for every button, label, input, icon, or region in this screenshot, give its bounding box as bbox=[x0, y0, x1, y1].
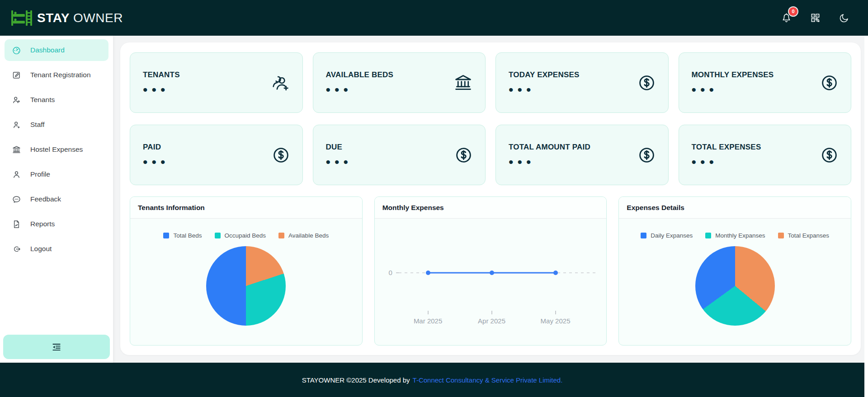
user-plus-icon bbox=[12, 95, 21, 105]
dollar-circle-icon bbox=[454, 145, 473, 165]
bank-icon bbox=[453, 73, 473, 93]
legend-item[interactable]: Occupaid Beds bbox=[215, 232, 266, 239]
legend-swatch bbox=[705, 233, 711, 238]
stat-card-title: TOTAL EXPENSES bbox=[692, 143, 761, 152]
page-scrollbar[interactable] bbox=[864, 36, 868, 397]
tenants-information-panel: Tenants Information Total BedsOccupaid B… bbox=[130, 196, 363, 346]
user-icon bbox=[12, 170, 21, 179]
sidebar-item-label: Reports bbox=[30, 220, 55, 228]
legend-label: Daily Expanses bbox=[651, 232, 693, 239]
x-axis-label: Apr 2025 bbox=[478, 317, 505, 325]
stat-card-value-placeholder: ••• bbox=[326, 157, 353, 167]
panel-title: Tenants Information bbox=[130, 197, 362, 219]
sidebar-item-label: Feedback bbox=[30, 195, 61, 203]
stat-card-title: TODAY EXPENSES bbox=[509, 70, 580, 79]
pie-chart bbox=[695, 246, 775, 326]
qr-scan-button[interactable] bbox=[807, 10, 823, 26]
legend-item[interactable]: Total Beds bbox=[163, 232, 202, 239]
brand-owner: OWNER bbox=[73, 11, 123, 25]
stat-card-due: DUE••• bbox=[313, 125, 486, 185]
stats-grid: TENANTS•••AVAILABLE BEDS•••TODAY EXPENSE… bbox=[130, 52, 851, 185]
sidebar-item-hostel-expenses[interactable]: Hostel Expenses bbox=[5, 139, 108, 160]
pen-square-icon bbox=[12, 70, 21, 80]
dashboard-content-panel: TENANTS•••AVAILABLE BEDS•••TODAY EXPENSE… bbox=[120, 42, 861, 355]
sidebar-item-tenant-registration[interactable]: Tenant Registration bbox=[5, 64, 108, 86]
stat-card-value-placeholder: ••• bbox=[143, 85, 180, 95]
footer-developer-link[interactable]: T-Connect Consultancy & Service Private … bbox=[413, 376, 563, 384]
legend-item[interactable]: Monthly Expanses bbox=[705, 232, 765, 239]
stat-card-monthly-expenses: MONTHLY EXPENSES••• bbox=[679, 52, 852, 113]
users-plus-icon bbox=[270, 72, 291, 93]
sidebar-item-label: Dashboard bbox=[30, 46, 65, 54]
sidebar-item-logout[interactable]: Logout bbox=[5, 238, 108, 260]
sidebar-item-label: Hostel Expenses bbox=[30, 145, 83, 154]
x-axis-tick bbox=[491, 311, 492, 314]
stat-card-value-placeholder: ••• bbox=[326, 85, 394, 95]
pie-chart bbox=[206, 246, 286, 326]
sidebar-item-label: Staff bbox=[30, 121, 45, 129]
bunk-bed-logo-icon bbox=[11, 10, 33, 26]
qr-code-icon bbox=[810, 13, 821, 23]
data-point[interactable] bbox=[553, 271, 558, 275]
bank-icon bbox=[12, 145, 21, 154]
y-axis-tick-label: 0 bbox=[388, 269, 392, 276]
footer-copyright-text: STAYOWNER ©2025 Developed by bbox=[302, 376, 410, 384]
stat-card-tenants: TENANTS••• bbox=[130, 52, 303, 113]
stat-card-paid: PAID••• bbox=[130, 125, 303, 185]
stat-card-value-placeholder: ••• bbox=[509, 157, 590, 167]
sidebar-item-profile[interactable]: Profile bbox=[5, 163, 108, 185]
stat-card-total-expenses: TOTAL EXPENSES••• bbox=[679, 125, 852, 185]
sidebar-item-tenants[interactable]: Tenants bbox=[5, 89, 108, 111]
sidebar: DashboardTenant RegistrationTenantsStaff… bbox=[0, 36, 113, 363]
stat-card-title: TENANTS bbox=[143, 70, 180, 79]
data-point[interactable] bbox=[490, 271, 494, 275]
stat-card-today-expenses: TODAY EXPENSES••• bbox=[495, 52, 669, 113]
file-report-icon bbox=[12, 220, 21, 229]
collapse-sidebar-icon bbox=[51, 341, 62, 352]
dollar-circle-icon bbox=[637, 73, 656, 93]
stat-card-title: AVAILABLE BEDS bbox=[326, 70, 394, 79]
legend-item[interactable]: Available Beds bbox=[278, 232, 329, 239]
dark-mode-toggle-button[interactable] bbox=[836, 10, 852, 26]
x-axis-label: Mar 2025 bbox=[414, 317, 442, 325]
footer: STAYOWNER ©2025 Developed by T-Connect C… bbox=[0, 363, 864, 397]
sidebar-item-feedback[interactable]: Feedback bbox=[5, 188, 108, 210]
sidebar-item-staff[interactable]: Staff bbox=[5, 114, 108, 135]
top-navbar: STAYOWNER 0 bbox=[0, 0, 868, 36]
legend-item[interactable]: Total Expanses bbox=[778, 232, 830, 239]
stat-card-title: DUE bbox=[326, 143, 353, 152]
monthly-expenses-chart: 0Mar 2025Apr 2025May 2025 bbox=[375, 219, 607, 345]
stat-card-value-placeholder: ••• bbox=[509, 85, 580, 95]
monthly-expenses-panel: Monthly Expenses 0Mar 2025Apr 2025May 20… bbox=[374, 196, 607, 346]
panel-title: Expenses Details bbox=[619, 197, 851, 219]
moon-icon bbox=[839, 13, 849, 23]
notification-count-badge: 0 bbox=[789, 7, 797, 16]
legend-swatch bbox=[215, 233, 221, 238]
logout-icon bbox=[12, 244, 21, 254]
dollar-circle-icon bbox=[820, 73, 839, 93]
charts-grid: Tenants Information Total BedsOccupaid B… bbox=[130, 196, 851, 346]
dollar-circle-icon bbox=[271, 145, 291, 165]
sidebar-item-label: Profile bbox=[30, 170, 50, 178]
legend-label: Total Beds bbox=[173, 232, 202, 239]
sidebar-menu: DashboardTenant RegistrationTenantsStaff… bbox=[0, 36, 113, 260]
sidebar-item-dashboard[interactable]: Dashboard bbox=[5, 39, 108, 61]
sidebar-collapse-button[interactable] bbox=[3, 335, 110, 359]
gauge-icon bbox=[12, 46, 21, 55]
stat-card-total-amount-paid: TOTAL AMOUNT PAID••• bbox=[495, 125, 669, 185]
stat-card-value-placeholder: ••• bbox=[692, 157, 761, 167]
sidebar-item-label: Tenant Registration bbox=[30, 71, 91, 79]
legend-swatch bbox=[778, 233, 784, 238]
x-axis-tick bbox=[428, 311, 429, 314]
notifications-button[interactable]: 0 bbox=[778, 10, 794, 26]
brand-stay: STAY bbox=[37, 11, 70, 25]
brand-logo[interactable]: STAYOWNER bbox=[11, 10, 123, 26]
sidebar-item-reports[interactable]: Reports bbox=[5, 213, 108, 235]
data-point[interactable] bbox=[426, 271, 430, 275]
chart-legend: Daily ExpansesMonthly ExpansesTotal Expa… bbox=[619, 232, 851, 239]
sidebar-item-label: Tenants bbox=[30, 96, 55, 104]
legend-item[interactable]: Daily Expanses bbox=[641, 232, 693, 239]
dollar-circle-icon bbox=[637, 145, 656, 165]
panel-title: Monthly Expenses bbox=[375, 197, 607, 219]
legend-label: Monthly Expanses bbox=[715, 232, 765, 239]
